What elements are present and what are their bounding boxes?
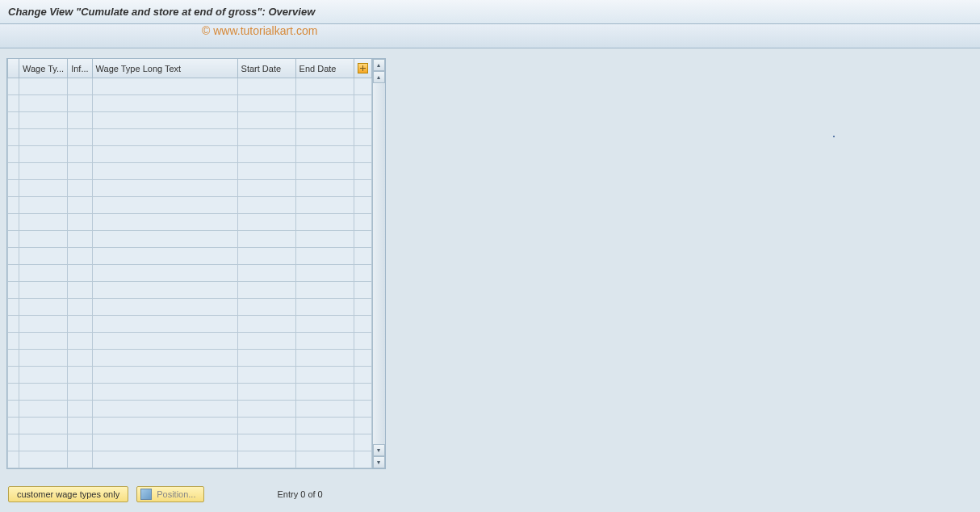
cell-wage-type[interactable] xyxy=(19,418,68,434)
cell-end-date[interactable] xyxy=(295,197,354,214)
col-header-inf[interactable]: Inf... xyxy=(68,59,92,78)
cell-end-date[interactable] xyxy=(295,78,354,95)
cell-wage-type[interactable] xyxy=(19,451,68,468)
table-row[interactable] xyxy=(8,95,372,112)
cell-wage-type[interactable] xyxy=(19,384,68,401)
cell-end-date[interactable] xyxy=(295,367,354,384)
cell-wage-type[interactable] xyxy=(19,265,68,282)
cell-long-text[interactable] xyxy=(92,316,237,333)
cell-long-text[interactable] xyxy=(92,367,237,384)
row-selector[interactable] xyxy=(8,367,19,384)
col-header-end-date[interactable]: End Date xyxy=(295,59,354,78)
row-selector[interactable] xyxy=(8,231,19,248)
cell-end-date[interactable] xyxy=(295,299,354,316)
cell-inf[interactable] xyxy=(68,95,92,112)
customer-wage-types-button[interactable]: customer wage types only xyxy=(8,486,128,502)
cell-end-date[interactable] xyxy=(295,248,354,265)
position-button[interactable]: Position... xyxy=(136,486,204,502)
cell-long-text[interactable] xyxy=(92,265,237,282)
col-header-start-date[interactable]: Start Date xyxy=(237,59,295,78)
cell-long-text[interactable] xyxy=(92,451,237,468)
row-selector[interactable] xyxy=(8,451,19,468)
row-selector[interactable] xyxy=(8,180,19,197)
table-row[interactable] xyxy=(8,367,372,384)
cell-inf[interactable] xyxy=(68,451,92,468)
table-row[interactable] xyxy=(8,265,372,282)
col-header-long-text[interactable]: Wage Type Long Text xyxy=(92,59,237,78)
table-row[interactable] xyxy=(8,163,372,180)
cell-start-date[interactable] xyxy=(237,163,295,180)
row-selector[interactable] xyxy=(8,265,19,282)
cell-wage-type[interactable] xyxy=(19,146,68,163)
cell-start-date[interactable] xyxy=(237,78,295,95)
cell-start-date[interactable] xyxy=(237,282,295,299)
cell-inf[interactable] xyxy=(68,231,92,248)
cell-end-date[interactable] xyxy=(295,129,354,146)
row-selector[interactable] xyxy=(8,248,19,265)
cell-start-date[interactable] xyxy=(237,197,295,214)
cell-end-date[interactable] xyxy=(295,163,354,180)
cell-wage-type[interactable] xyxy=(19,78,68,95)
cell-start-date[interactable] xyxy=(237,451,295,468)
table-row[interactable] xyxy=(8,434,372,451)
row-selector[interactable] xyxy=(8,129,19,146)
cell-end-date[interactable] xyxy=(295,231,354,248)
cell-long-text[interactable] xyxy=(92,333,237,350)
row-selector[interactable] xyxy=(8,299,19,316)
table-row[interactable] xyxy=(8,350,372,367)
cell-inf[interactable] xyxy=(68,282,92,299)
scroll-track[interactable] xyxy=(373,83,385,444)
cell-end-date[interactable] xyxy=(295,282,354,299)
cell-long-text[interactable] xyxy=(92,350,237,367)
cell-wage-type[interactable] xyxy=(19,197,68,214)
cell-start-date[interactable] xyxy=(237,434,295,451)
cell-inf[interactable] xyxy=(68,129,92,146)
cell-start-date[interactable] xyxy=(237,401,295,418)
cell-start-date[interactable] xyxy=(237,299,295,316)
cell-end-date[interactable] xyxy=(295,451,354,468)
cell-start-date[interactable] xyxy=(237,333,295,350)
table-row[interactable] xyxy=(8,112,372,129)
cell-wage-type[interactable] xyxy=(19,367,68,384)
table-row[interactable] xyxy=(8,180,372,197)
cell-long-text[interactable] xyxy=(92,282,237,299)
table-row[interactable] xyxy=(8,384,372,401)
cell-inf[interactable] xyxy=(68,316,92,333)
cell-inf[interactable] xyxy=(68,418,92,434)
table-row[interactable] xyxy=(8,197,372,214)
cell-inf[interactable] xyxy=(68,197,92,214)
row-selector[interactable] xyxy=(8,418,19,434)
cell-end-date[interactable] xyxy=(295,384,354,401)
table-row[interactable] xyxy=(8,282,372,299)
table-row[interactable] xyxy=(8,231,372,248)
cell-wage-type[interactable] xyxy=(19,95,68,112)
cell-wage-type[interactable] xyxy=(19,401,68,418)
cell-wage-type[interactable] xyxy=(19,231,68,248)
row-selector[interactable] xyxy=(8,350,19,367)
cell-long-text[interactable] xyxy=(92,129,237,146)
table-row[interactable] xyxy=(8,299,372,316)
cell-start-date[interactable] xyxy=(237,129,295,146)
row-selector[interactable] xyxy=(8,282,19,299)
cell-end-date[interactable] xyxy=(295,316,354,333)
cell-end-date[interactable] xyxy=(295,418,354,434)
cell-inf[interactable] xyxy=(68,384,92,401)
cell-inf[interactable] xyxy=(68,265,92,282)
row-selector[interactable] xyxy=(8,78,19,95)
cell-wage-type[interactable] xyxy=(19,333,68,350)
cell-inf[interactable] xyxy=(68,401,92,418)
table-row[interactable] xyxy=(8,248,372,265)
cell-inf[interactable] xyxy=(68,248,92,265)
cell-end-date[interactable] xyxy=(295,146,354,163)
cell-start-date[interactable] xyxy=(237,350,295,367)
cell-wage-type[interactable] xyxy=(19,299,68,316)
cell-wage-type[interactable] xyxy=(19,316,68,333)
cell-end-date[interactable] xyxy=(295,214,354,231)
cell-start-date[interactable] xyxy=(237,248,295,265)
cell-long-text[interactable] xyxy=(92,418,237,434)
cell-start-date[interactable] xyxy=(237,316,295,333)
cell-long-text[interactable] xyxy=(92,197,237,214)
cell-start-date[interactable] xyxy=(237,214,295,231)
table-row[interactable] xyxy=(8,451,372,468)
row-selector[interactable] xyxy=(8,333,19,350)
